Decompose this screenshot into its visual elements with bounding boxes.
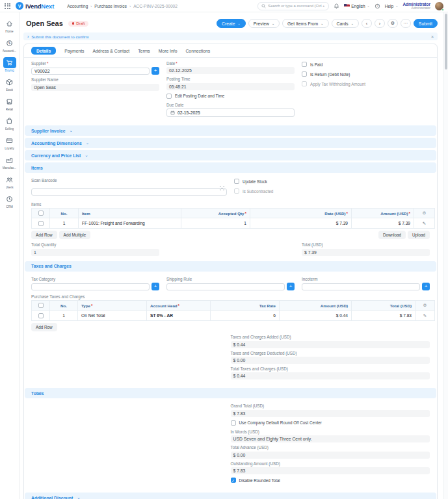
user-avatar[interactable] bbox=[435, 2, 443, 10]
edit-posting-checkbox[interactable] bbox=[166, 94, 172, 99]
sidebar-item-buying[interactable]: Buying bbox=[0, 57, 20, 72]
select-all-checkbox[interactable] bbox=[38, 303, 44, 308]
brand-logo[interactable]: V iVendNext bbox=[16, 2, 54, 10]
breadcrumb-purchase-invoice[interactable]: Purchase Invoice bbox=[94, 4, 127, 8]
section-totals[interactable]: Totals bbox=[25, 388, 436, 398]
tax-category-input[interactable] bbox=[31, 283, 150, 290]
supplier-input[interactable] bbox=[31, 68, 150, 75]
due-date-input[interactable]: 02-15-2025 bbox=[166, 109, 295, 117]
submit-button[interactable]: Submit bbox=[414, 19, 438, 28]
sidebar-item-selling[interactable]: Selling bbox=[0, 116, 20, 131]
tab-details[interactable]: Details bbox=[31, 47, 56, 55]
incoterm-input[interactable] bbox=[302, 283, 420, 290]
is-subcontracted-checkbox[interactable] bbox=[234, 188, 239, 194]
is-paid-checkbox[interactable] bbox=[302, 62, 307, 67]
support-icon[interactable]: ? bbox=[375, 3, 380, 9]
section-accounting-dimensions[interactable]: Accounting Dimensions ⌄ bbox=[25, 138, 436, 148]
breadcrumb-accounting[interactable]: Accounting bbox=[67, 4, 88, 8]
disable-rounded-checkbox[interactable]: ✓ bbox=[231, 478, 236, 483]
edit-row-icon[interactable]: ✎ bbox=[423, 313, 427, 318]
svg-text:$: $ bbox=[8, 41, 10, 45]
global-search[interactable] bbox=[257, 2, 329, 10]
taxes-table-row[interactable]: 1 On Net Total ST 6% - AR 6 $ 0.44 $ 7.8… bbox=[32, 311, 435, 321]
caret-down-icon: ⌄ bbox=[321, 21, 323, 25]
document-card: Details Payments Address & Contact Terms… bbox=[23, 44, 438, 499]
get-items-from-button[interactable]: Get Items From⌄ bbox=[282, 19, 328, 28]
create-button[interactable]: Create⌄ bbox=[217, 19, 246, 28]
tab-payments[interactable]: Payments bbox=[64, 49, 84, 53]
cards-button[interactable]: Cards⌄ bbox=[332, 19, 359, 28]
add-row-button[interactable]: Add Row bbox=[31, 323, 57, 331]
items-table-row[interactable]: 1 FF-1001: Freight and Forwarding 1 $ 7.… bbox=[32, 218, 435, 229]
column-no: No. bbox=[50, 301, 78, 311]
section-items[interactable]: Items bbox=[25, 162, 436, 173]
customize-button[interactable]: ⚙ bbox=[388, 19, 398, 28]
table-settings-icon[interactable]: ⚙ bbox=[423, 303, 427, 307]
section-taxes-charges[interactable]: Taxes and Charges bbox=[25, 261, 436, 272]
shopping-cart-icon bbox=[3, 57, 16, 68]
totals-section-body: Grand Total (USD) $ 7.83 Use Company Def… bbox=[24, 400, 437, 493]
tab-terms[interactable]: Terms bbox=[138, 49, 150, 53]
menu-button[interactable]: ⋯ bbox=[401, 19, 411, 28]
add-incoterm-button[interactable]: + bbox=[422, 283, 430, 290]
us-flag-icon bbox=[344, 4, 350, 8]
items-total-value: $ 7.39 bbox=[302, 249, 430, 256]
tab-more-info[interactable]: More Info bbox=[159, 49, 178, 53]
sidebar-item-home[interactable]: Home bbox=[0, 18, 20, 33]
section-supplier-invoice[interactable]: Supplier Invoice ⌄ bbox=[25, 125, 436, 136]
scan-barcode-label: Scan Barcode bbox=[31, 179, 227, 183]
sidebar-item-crm[interactable]: CRM bbox=[0, 194, 20, 209]
language-selector[interactable]: English ⌄ bbox=[344, 4, 370, 8]
sidebar-item-retail[interactable]: Retail bbox=[0, 96, 20, 111]
tab-address-contact[interactable]: Address & Contact bbox=[93, 49, 130, 53]
tab-connections[interactable]: Connections bbox=[185, 49, 210, 53]
row-checkbox[interactable] bbox=[38, 221, 44, 226]
next-document-button[interactable]: › bbox=[375, 19, 385, 28]
apply-twa-checkbox[interactable] bbox=[302, 81, 307, 86]
scan-barcode-input[interactable] bbox=[31, 188, 227, 196]
section-currency-price-list[interactable]: Currency and Price List ⌄ bbox=[25, 150, 436, 160]
add-multiple-button[interactable]: Add Multiple bbox=[59, 231, 91, 239]
sidebar-item-accounting[interactable]: $ Accounti... bbox=[0, 38, 20, 53]
section-additional-discount[interactable]: Additional Discount ⌄ bbox=[25, 493, 436, 499]
scrollbar-thumb[interactable] bbox=[445, 14, 447, 70]
add-row-button[interactable]: Add Row bbox=[31, 231, 57, 239]
edit-row-icon[interactable]: ✎ bbox=[423, 221, 426, 225]
sidebar-item-manufacturing[interactable]: Manufac... bbox=[0, 155, 20, 170]
sidebar-item-loyalty[interactable]: Loyalty bbox=[0, 135, 20, 150]
chevron-right-icon: › bbox=[379, 21, 380, 26]
update-stock-checkbox-row: Update Stock bbox=[234, 179, 430, 184]
posting-time-value: 05:48:21 bbox=[166, 83, 295, 90]
shipping-rule-input[interactable] bbox=[166, 283, 285, 290]
sidebar-item-stock[interactable]: Stock bbox=[0, 77, 20, 92]
confirm-alert[interactable]: › Submit this document to confirm × bbox=[23, 32, 438, 40]
is-return-checkbox[interactable] bbox=[302, 71, 307, 77]
upload-button[interactable]: Upload bbox=[408, 231, 430, 239]
items-total-label: Total (USD) bbox=[302, 243, 430, 248]
previous-document-button[interactable]: ‹ bbox=[362, 19, 372, 28]
user-role: Administrator bbox=[402, 6, 430, 10]
select-all-checkbox[interactable] bbox=[38, 211, 44, 216]
required-marker: * bbox=[91, 303, 92, 308]
add-shipping-rule-button[interactable]: + bbox=[287, 283, 295, 290]
close-icon[interactable]: × bbox=[431, 34, 434, 39]
vertical-scrollbar[interactable] bbox=[443, 12, 448, 499]
add-supplier-button[interactable]: + bbox=[152, 67, 159, 75]
update-stock-checkbox[interactable] bbox=[234, 179, 239, 184]
page-header: Open Seas Draft Create⌄ Preview⌄ Get Ite… bbox=[23, 17, 438, 30]
help-menu[interactable]: Help ⌄ bbox=[385, 4, 399, 8]
ellipsis-icon: ⋯ bbox=[403, 21, 408, 26]
round-off-checkbox[interactable] bbox=[231, 420, 236, 426]
sidebar-item-users[interactable]: Users bbox=[0, 174, 20, 189]
download-button[interactable]: Download bbox=[378, 231, 406, 239]
outstanding-amount-value: $ 7.83 bbox=[231, 467, 430, 474]
search-input[interactable] bbox=[268, 4, 325, 8]
preview-button[interactable]: Preview⌄ bbox=[248, 19, 280, 28]
items-section-body: Scan Barcode Update Stock bbox=[24, 175, 437, 261]
app-launcher-icon[interactable] bbox=[5, 3, 10, 9]
table-settings-icon[interactable]: ⚙ bbox=[423, 211, 427, 215]
user-menu[interactable]: Administrator Administrator bbox=[402, 2, 430, 10]
row-checkbox[interactable] bbox=[38, 313, 44, 318]
notifications-bell-icon[interactable] bbox=[334, 3, 339, 9]
add-tax-category-button[interactable]: + bbox=[152, 283, 159, 290]
